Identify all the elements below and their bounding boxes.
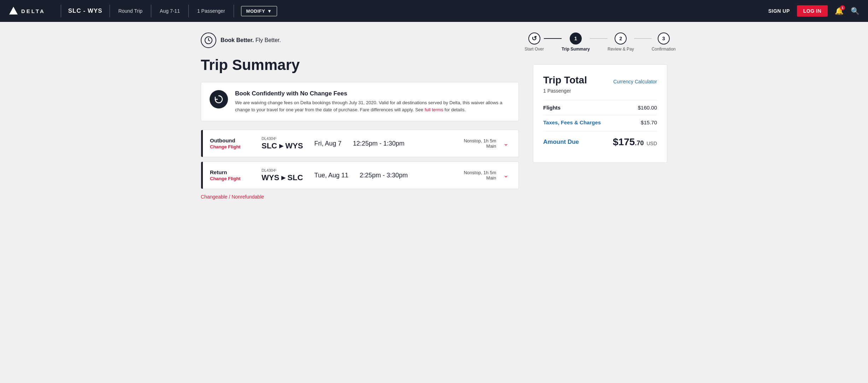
signup-link[interactable]: SIGN UP [768,8,790,14]
no-change-title: Book Confidently with No Change Fees [235,90,510,97]
taxes-row: Taxes, Fees & Charges $15.70 [543,115,657,130]
review-pay-circle[interactable]: 2 [615,33,627,45]
modify-button[interactable]: MODIFY ▼ [241,6,277,16]
connector-3 [634,38,652,39]
return-date-col: Tue, Aug 11 [309,172,354,179]
step-start-over: ↺ Start Over [524,33,544,52]
return-route: WYS ▸ SLC [262,173,303,182]
return-nonstop: Nonstop, 1h 5m [464,170,496,175]
no-change-icon [210,90,228,108]
amount-due-row: Amount Due $175.70 USD [543,131,657,153]
return-label-col: Return Change Flight [210,169,256,182]
step-confirmation: 3 Confirmation [652,33,676,52]
changeable-note: Changeable / Nonrefundable [201,194,519,200]
trip-passengers: 1 Passenger [543,88,657,94]
trip-summary-circle[interactable]: 1 [570,33,582,45]
svg-marker-0 [9,7,18,14]
outbound-nonstop-col: Nonstop, 1h 5m Main [464,138,500,149]
brand-name: DELTA [21,8,45,14]
return-flight-info: DL4304¹ WYS ▸ SLC Tue, Aug 11 2:25pm - 3… [256,168,511,182]
step-trip-summary: 1 Trip Summary [562,33,590,52]
confirmation-circle[interactable]: 3 [658,33,670,45]
review-pay-label: Review & Pay [608,47,634,52]
book-better-bold: Book Better. [221,37,254,43]
trip-total-title: Trip Total [543,75,587,86]
return-change-flight[interactable]: Change Flight [210,176,241,181]
return-time: 2:25pm - 3:30pm [360,172,408,179]
nav-divider-5 [234,5,234,17]
flights-value: $160.00 [638,105,657,111]
nav-trip-type: Round Trip [118,8,142,14]
start-over-label: Start Over [524,47,544,52]
no-change-fees-box: Book Confidently with No Change Fees We … [201,82,519,121]
search-icon[interactable]: 🔍 [851,7,860,15]
outbound-route: SLC ▸ WYS [262,141,303,150]
outbound-date-col: Fri, Aug 7 [309,140,347,147]
return-flight-segment: Return Change Flight DL4304¹ WYS ▸ SLC T… [201,161,519,189]
taxes-value: $15.70 [641,119,657,125]
modify-label: MODIFY [246,8,265,14]
full-terms-link[interactable]: full terms [424,107,443,112]
return-date: Tue, Aug 11 [314,172,348,179]
connector-1 [544,38,562,39]
amount-due-value: $175.70 USD [613,136,657,148]
amount-due-dollars: $175 [613,136,635,147]
flights-row: Flights $160.00 [543,100,657,115]
progress-steps: ↺ Start Over 1 Trip Summary 2 Review & P… [533,33,667,52]
step-review-pay: 2 Review & Pay [608,33,634,52]
nav-divider-4 [188,5,189,17]
outbound-label-col: Outbound Change Flight [210,137,256,150]
connector-2 [590,38,608,39]
outbound-expand-chevron[interactable]: ⌄ [500,140,511,147]
no-change-description: We are waiving change fees on Delta book… [235,99,510,113]
notification-badge: 1 [840,5,845,10]
return-time-col: 2:25pm - 3:30pm [354,172,414,179]
outbound-cabin: Main [464,143,496,149]
nav-route: SLC - WYS [68,7,102,14]
right-column: ↺ Start Over 1 Trip Summary 2 Review & P… [533,33,667,200]
nav-right-actions: SIGN UP LOG IN 🔔 1 🔍 [768,5,860,17]
left-column: Book Better. Fly Better. Trip Summary Bo… [201,33,519,200]
outbound-time-col: 12:25pm - 1:30pm [347,140,410,147]
outbound-time: 12:25pm - 1:30pm [353,140,404,147]
return-label: Return [210,169,256,175]
outbound-flight-info: DL4304¹ SLC ▸ WYS Fri, Aug 7 12:25pm - 1… [256,136,511,151]
trip-total-section: Trip Total Currency Calculator 1 Passeng… [533,64,667,163]
nav-divider-2 [110,5,110,17]
modify-chevron-icon: ▼ [267,8,272,14]
confirmation-label: Confirmation [652,47,676,52]
amount-due-cents: .70 [635,140,644,147]
refresh-icon [214,94,224,104]
return-flight-num: DL4304¹ [262,168,303,172]
currency-calculator-link[interactable]: Currency Calculator [613,79,657,84]
amount-due-currency: USD [646,141,657,146]
outbound-flight-segment: Outbound Change Flight DL4304¹ SLC ▸ WYS… [201,130,519,157]
outbound-route-col: DL4304¹ SLC ▸ WYS [256,136,309,151]
amount-due-label: Amount Due [543,139,579,146]
return-expand-chevron[interactable]: ⌄ [500,171,511,179]
trip-summary-label: Trip Summary [562,47,590,52]
nav-divider-1 [61,5,61,17]
trip-total-header: Trip Total Currency Calculator [543,75,657,86]
start-over-circle[interactable]: ↺ [528,33,540,45]
outbound-flight-num: DL4304¹ [262,136,303,141]
delta-logo[interactable]: DELTA [8,6,45,16]
outbound-change-flight[interactable]: Change Flight [210,144,241,149]
return-cabin: Main [464,175,496,181]
clock-icon [204,36,213,45]
nav-divider-3 [151,5,151,17]
notification-bell[interactable]: 🔔 1 [835,7,844,15]
return-route-col: DL4304¹ WYS ▸ SLC [256,168,309,182]
page-title: Trip Summary [201,57,519,73]
fly-better-text: Fly Better. [256,37,281,43]
page-content: Book Better. Fly Better. Trip Summary Bo… [187,22,681,210]
flights-label: Flights [543,105,561,111]
book-better-icon [201,33,216,48]
outbound-date: Fri, Aug 7 [314,140,341,147]
delta-logo-icon [8,6,18,16]
outbound-nonstop: Nonstop, 1h 5m [464,138,496,143]
login-button[interactable]: LOG IN [797,5,828,17]
nav-dates: Aug 7-11 [160,8,180,14]
outbound-content: Outbound Change Flight DL4304¹ SLC ▸ WYS… [203,130,518,157]
outbound-label: Outbound [210,137,256,143]
